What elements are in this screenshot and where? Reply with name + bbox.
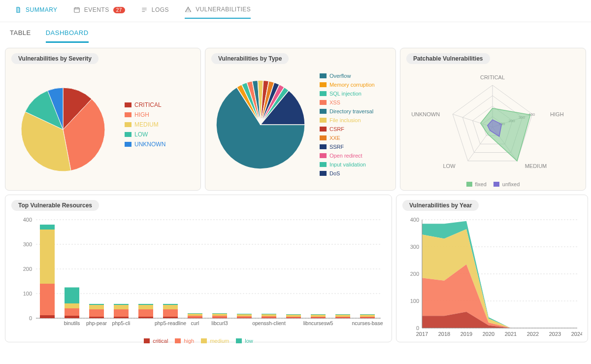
legend-item[interactable]: unfixed [493, 181, 520, 187]
svg-text:HIGH: HIGH [550, 111, 564, 117]
legend-item[interactable]: Overflow [320, 73, 375, 79]
svg-rect-76 [262, 314, 276, 316]
svg-text:CRITICAL: CRITICAL [480, 74, 505, 80]
legend-item[interactable]: HIGH [125, 111, 165, 118]
svg-text:300: 300 [410, 244, 419, 250]
svg-text:100: 100 [410, 298, 419, 304]
svg-text:200: 200 [23, 266, 32, 272]
radar-chart[interactable]: 100200300400CRITICALHIGHMEDIUMLOWUNKNOWN [406, 68, 579, 179]
svg-rect-54 [138, 304, 153, 305]
svg-rect-86 [311, 314, 326, 315]
svg-rect-66 [212, 316, 227, 318]
svg-rect-53 [138, 305, 153, 309]
svg-rect-52 [138, 309, 153, 317]
svg-rect-90 [335, 315, 350, 317]
svg-rect-85 [311, 315, 326, 317]
legend-item[interactable]: low [236, 338, 253, 344]
svg-rect-77 [262, 314, 276, 314]
legend-item[interactable]: DoS [320, 170, 375, 176]
svg-rect-80 [286, 317, 301, 318]
svg-rect-70 [237, 318, 252, 318]
legend-item[interactable]: UNKNOWN [125, 141, 165, 148]
subtab-table[interactable]: TABLE [10, 29, 31, 43]
svg-text:2017: 2017 [416, 331, 428, 337]
svg-rect-51 [138, 317, 153, 318]
legend-item[interactable]: medium [201, 338, 229, 344]
legend-item[interactable]: fixed [466, 181, 487, 187]
svg-rect-92 [360, 318, 375, 318]
svg-rect-83 [311, 318, 326, 318]
card-severity: Vulnerabilities by Severity CRITICALHIGH… [5, 48, 201, 191]
svg-text:curl: curl [191, 320, 199, 326]
svg-rect-56 [163, 309, 178, 317]
subtab-dashboard[interactable]: DASHBOARD [46, 29, 89, 43]
svg-text:400: 400 [23, 217, 32, 223]
legend-item[interactable]: SSRF [320, 144, 375, 150]
card-title: Vulnerabilities by Type [211, 53, 289, 64]
svg-text:200: 200 [410, 271, 419, 277]
radar-legend: fixedunfixed [406, 181, 580, 187]
legend-item[interactable]: CRITICAL [125, 101, 165, 108]
card-radar: Patchable Vulnerabilities 100200300400CR… [400, 48, 586, 191]
svg-rect-42 [89, 309, 104, 317]
svg-rect-58 [163, 304, 178, 305]
legend-item[interactable]: SQL injection [320, 91, 375, 97]
list-icon [141, 6, 148, 13]
legend-item[interactable]: File inclusion [320, 117, 375, 123]
svg-rect-67 [212, 314, 227, 316]
legend-item[interactable]: Open redirect [320, 153, 375, 159]
year-area-chart[interactable]: 0100200300400201720182019202020212022202… [402, 215, 582, 343]
severity-pie-chart[interactable] [11, 73, 115, 176]
svg-text:0: 0 [416, 325, 419, 331]
sub-tabs: TABLE DASHBOARD [0, 22, 591, 43]
tab-label: LOGS [152, 6, 169, 13]
legend-item[interactable]: MEDIUM [125, 121, 165, 128]
svg-marker-14 [481, 108, 530, 161]
tab-summary[interactable]: SUMMARY [15, 6, 58, 19]
card-title: Vulnerabilities by Year [402, 200, 479, 211]
legend-item[interactable]: Input validation [320, 162, 375, 167]
svg-rect-0 [74, 8, 79, 12]
resources-bar-chart[interactable]: 0100200300400binutilsphp-pearphp5-cliphp… [11, 215, 386, 335]
svg-text:libcurl3: libcurl3 [211, 320, 228, 326]
svg-rect-48 [114, 305, 129, 309]
legend-item[interactable]: CSRF [320, 126, 375, 132]
svg-text:2024: 2024 [571, 331, 582, 337]
svg-text:binutils: binutils [64, 320, 80, 326]
svg-text:2022: 2022 [527, 331, 539, 337]
svg-rect-38 [65, 303, 79, 308]
svg-text:400: 400 [410, 217, 419, 223]
legend-item[interactable]: Directory traversal [320, 108, 375, 114]
card-type: Vulnerabilities by Type OverflowMemory c… [205, 48, 396, 191]
svg-rect-68 [212, 313, 227, 314]
svg-rect-62 [188, 314, 202, 316]
svg-rect-60 [188, 318, 202, 318]
svg-rect-44 [89, 304, 104, 305]
svg-rect-49 [114, 304, 129, 305]
svg-rect-74 [262, 318, 276, 318]
svg-rect-33 [40, 284, 55, 315]
tab-vulnerabilities[interactable]: VULNERABILITIES [185, 6, 251, 19]
svg-text:MEDIUM: MEDIUM [525, 163, 547, 169]
legend-item[interactable]: LOW [125, 131, 165, 138]
svg-rect-39 [65, 288, 79, 304]
svg-rect-82 [286, 314, 301, 315]
svg-rect-95 [360, 314, 375, 315]
tab-logs[interactable]: LOGS [141, 6, 169, 19]
tab-label: SUMMARY [26, 6, 58, 13]
severity-legend: CRITICALHIGHMEDIUMLOWUNKNOWN [125, 101, 165, 148]
type-pie-chart[interactable] [211, 75, 310, 174]
tab-events[interactable]: EVENTS 27 [73, 6, 125, 19]
legend-item[interactable]: critical [144, 338, 168, 344]
type-legend: OverflowMemory corruptionSQL injectionXS… [320, 73, 375, 176]
legend-item[interactable]: XXE [320, 135, 375, 141]
card-year: Vulnerabilities by Year 0100200300400201… [396, 195, 588, 342]
svg-text:2023: 2023 [549, 331, 561, 337]
legend-item[interactable]: high [175, 338, 194, 344]
card-title: Patchable Vulnerabilities [406, 53, 490, 64]
legend-item[interactable]: Memory corruption [320, 82, 375, 88]
card-title: Vulnerabilities by Severity [11, 53, 98, 64]
bar-legend: criticalhighmediumlow [11, 338, 386, 344]
svg-text:2021: 2021 [505, 331, 517, 337]
legend-item[interactable]: XSS [320, 99, 375, 105]
